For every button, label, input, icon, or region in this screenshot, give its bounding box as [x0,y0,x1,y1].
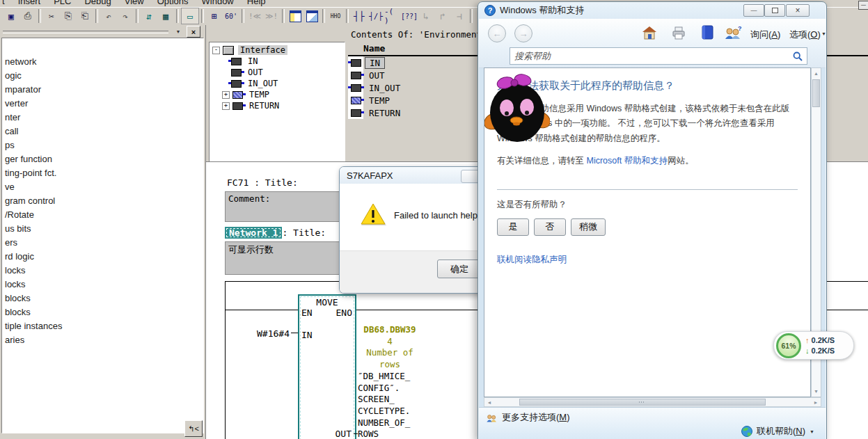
ask-people-icon[interactable]: ? [724,25,742,40]
panel-grip[interactable] [3,31,168,33]
save-icon[interactable]: ▣ [3,8,19,24]
catalog-item[interactable]: locks [2,278,203,292]
catalog-item[interactable]: tiple instances [2,319,203,333]
tree-item-in_out[interactable]: IN_OUT [210,78,345,89]
yes-button[interactable]: 是 [497,218,529,236]
jump-last-icon[interactable]: ≫! [263,8,280,24]
qq-pet-penguin[interactable] [484,74,550,143]
undo-icon[interactable]: ↶ [100,8,117,24]
contact-nc-icon[interactable]: ┤/├ [368,8,384,24]
catalog-item[interactable]: mparator [2,83,203,97]
rail-icon[interactable]: ⊣ [451,8,468,24]
menu-item-debug[interactable]: Debug [84,0,111,6]
tree-item-temp[interactable]: +TEMP [210,89,345,100]
address-hho-icon[interactable]: HHO [327,8,344,24]
scroll-up-button[interactable]: ▲ [812,68,821,79]
no-button[interactable]: 否 [534,218,566,236]
restore-button[interactable] [764,4,785,17]
home-icon[interactable] [642,26,657,40]
cut-icon[interactable]: ✂ [43,8,60,24]
coil-icon[interactable]: -( ) [384,8,401,24]
ok-button[interactable]: 确定 [437,260,482,278]
book-icon[interactable] [700,25,714,40]
catalog-item[interactable]: nter [2,111,203,125]
redo-icon[interactable]: ↷ [117,8,134,24]
menu-item-plc[interactable]: PLC [54,0,71,6]
catalog-item[interactable]: blocks [2,292,203,305]
options-menu[interactable]: 选项(O) [789,29,821,41]
catalog-item[interactable]: locks [2,264,203,278]
scroll-left-button[interactable]: ◄ [484,398,494,406]
close-panel-button[interactable]: × [187,26,200,38]
move-block[interactable]: MOVE EN ENO IN OUT [298,294,356,439]
menu-item-t[interactable]: t [2,0,5,6]
tree-item-out[interactable]: OUT [210,67,345,78]
menu-item-help[interactable]: Help [247,0,266,6]
online-help-selector[interactable]: 联机帮助(N) ▼ [741,425,814,438]
network-speed-widget[interactable]: 61% ↑ 0.2K/S ↓ 0.2K/S [773,331,854,360]
catalog-item[interactable]: /Rotate [2,208,203,222]
catalog-item[interactable]: ogic [2,69,203,83]
window-layout-icon[interactable] [287,8,303,24]
download-icon[interactable]: ⇵ [141,8,157,24]
catalog-item[interactable]: us bits [2,222,203,236]
somewhat-button[interactable]: 稍微 [571,218,606,236]
expander-icon[interactable]: + [222,102,230,110]
monitor-glasses-icon[interactable]: 60' [223,8,239,24]
paste-icon[interactable]: ⎗ [77,8,93,24]
open-branch-icon[interactable]: ↳ [418,8,434,24]
print-icon[interactable]: ⎙ [19,8,36,24]
menu-item-options[interactable]: Options [157,0,189,6]
network-label[interactable]: Network 1 [225,227,282,239]
network-icon[interactable]: ⊞ [206,8,223,24]
tree-item-in[interactable]: IN [210,56,345,67]
jump-first-icon[interactable]: !≪ [246,8,263,24]
menu-item-insert[interactable]: Insert [18,0,41,6]
overview-toggle-button[interactable]: ↰< [184,420,203,437]
ask-menu[interactable]: 询问(A) [750,29,780,41]
privacy-statement-link[interactable]: 联机阅读隐私声明 [497,255,567,264]
child-minimize-button[interactable]: — [858,1,868,10]
catalog-item[interactable]: ve [2,180,203,194]
window-zoom-icon[interactable] [303,8,320,24]
empty-box-icon[interactable]: [??] [401,8,418,24]
close-branch-icon[interactable]: ↱ [434,8,451,24]
block-monitor-icon[interactable]: ▦ [157,8,174,24]
more-support-options[interactable]: 更多支持选项(M) [486,411,570,424]
output-operand[interactable]: DB68.DBW394Number ofrows ″DB_HMICE_CONFI… [356,324,423,439]
catalog-item[interactable]: blocks [2,305,203,319]
search-icon[interactable] [793,51,803,61]
catalog-item[interactable]: gram control [2,194,203,208]
options-caret-icon[interactable]: ▼ [821,31,826,36]
menu-item-window[interactable]: Window [202,0,234,6]
menu-item-view[interactable]: View [125,0,144,6]
catalog-item[interactable]: ps [2,138,203,152]
scroll-right-button[interactable]: ► [811,398,821,406]
collapse-button[interactable]: ▼ [173,26,184,36]
catalog-item[interactable]: aries [2,333,203,347]
forward-button[interactable]: → [514,24,532,42]
expander-icon[interactable]: + [222,91,230,99]
search-input[interactable]: 搜索帮助 [510,47,807,65]
catalog-item[interactable]: call [2,125,203,138]
expander-icon[interactable]: - [212,47,220,54]
display-icon[interactable]: ▭ [181,8,199,24]
input-operand[interactable]: W#16#4 [245,328,290,339]
catalog-item[interactable]: ger function [2,152,203,166]
catalog-item[interactable]: network [2,55,203,69]
back-button[interactable]: ← [488,24,506,42]
horizontal-scrollbar[interactable]: ◄ ► [484,397,821,407]
print-icon[interactable] [671,26,686,40]
catalog-item[interactable]: rd logic [2,250,203,264]
catalog-item[interactable]: ers [2,236,203,250]
microsoft-help-link[interactable]: Microsoft 帮助和支持 [586,156,668,166]
catalog-item[interactable]: ting-point fct. [2,166,203,180]
vertical-scroll-thumb[interactable] [812,79,820,107]
horizontal-scroll-thumb[interactable] [519,399,766,406]
minimize-button[interactable]: — [743,4,764,17]
scroll-down-button[interactable]: ▼ [812,386,821,397]
close-button[interactable]: × [786,4,810,17]
catalog-item[interactable]: verter [2,97,203,111]
contact-no-icon[interactable]: ┤├ [351,8,368,24]
copy-icon[interactable]: ⎘ [60,8,77,24]
